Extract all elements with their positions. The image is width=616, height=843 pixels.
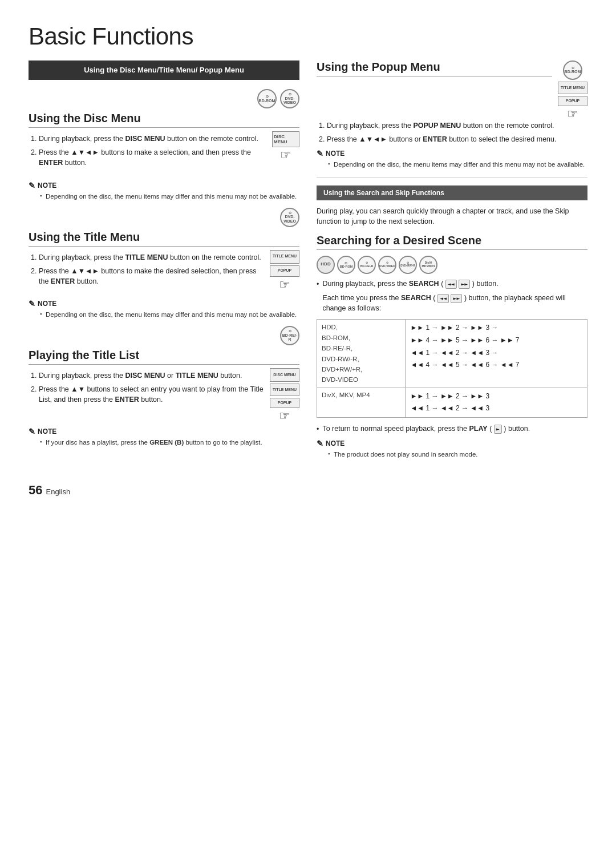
play-btn-icon: ► <box>494 425 502 434</box>
desired-scene-note: ✎ NOTE The product does not play sound i… <box>317 439 587 459</box>
desired-scene-bullet-3: • To return to normal speed playback, pr… <box>317 423 587 434</box>
desired-scene-bullet-2: • Each time you press the SEARCH ( ◄◄ ►►… <box>317 293 587 314</box>
popup-menu-note-label: ✎ NOTE <box>317 149 587 158</box>
title-list-disc-menu-icon: DISC MENU <box>270 368 299 382</box>
divx-badge: DivX/MKV/MP4 <box>419 256 437 274</box>
device-cell-2: DivX, MKV, MP4 <box>317 388 406 417</box>
title-list-note-label: ✎ NOTE <box>29 427 299 436</box>
fastfwd-btn-icon-2: ►► <box>451 294 462 304</box>
disc-menu-note-item-1: Depending on the disc, the menu items ma… <box>40 192 299 201</box>
title-menu-note-label: ✎ NOTE <box>29 299 299 308</box>
title-menu-note-item-1: Depending on the disc, the menu items ma… <box>40 310 299 319</box>
title-list-step-1: During playback, press the DISC MENU or … <box>39 370 264 381</box>
title-list-steps: During playback, press the DISC MENU or … <box>39 370 264 408</box>
dvd-rw-badge: ⊙DVD+RW/-R <box>399 256 417 274</box>
popup-title-menu-icon: TITLE MENU <box>558 82 587 94</box>
table-row-1: HDD,BD-ROM,BD-RE/-R,DVD-RW/-R,DVD+RW/+R,… <box>317 320 587 388</box>
desired-scene-note-label: ✎ NOTE <box>317 439 587 448</box>
dvd-video-icon-2: ⊙ DVD-VIDEO <box>280 208 299 227</box>
title-list-note-item-1: If your disc has a playlist, press the G… <box>40 438 299 447</box>
disc-menu-steps: During playback, press the DISC MENU but… <box>39 134 266 171</box>
disc-menu-hand-icon: ☞ <box>280 149 291 162</box>
popup-popup-icon: POPUP <box>558 96 587 106</box>
title-list-title-menu-icon: TITLE MENU <box>270 384 299 396</box>
title-menu-section: ⊙ DVD-VIDEO Using the Title Menu During … <box>29 208 299 319</box>
divider-1 <box>317 177 587 178</box>
title-menu-note-list: Depending on the disc, the menu items ma… <box>40 310 299 319</box>
popup-menu-steps: During playback, press the POPUP MENU bu… <box>327 120 587 144</box>
search-skip-intro: During play, you can search quickly thro… <box>317 206 587 227</box>
popup-bd-rom-icon: ⊙ BD-ROM <box>563 60 582 80</box>
title-menu-steps: During playback, press the TITLE MENU bu… <box>39 252 264 290</box>
title-menu-icon-row: ⊙ DVD-VIDEO <box>29 208 299 227</box>
disc-menu-note-label: ✎ NOTE <box>29 181 299 190</box>
rewind-btn-icon-2: ◄◄ <box>437 294 449 304</box>
popup-menu-note-item-1: Depending on the disc, the menu items ma… <box>328 160 587 169</box>
right-column: Using the Popup Menu ⊙ BD-ROM TITLE MENU… <box>317 60 587 466</box>
popup-menu-note-list: Depending on the disc, the menu items ma… <box>328 160 587 169</box>
search-speed-table: HDD,BD-ROM,BD-RE/-R,DVD-RW/-R,DVD+RW/+R,… <box>317 319 587 418</box>
desired-scene-section: Searching for a Desired Scene HDD ⊙BD-RO… <box>317 234 587 459</box>
page-footer: 56 English <box>29 483 587 498</box>
desired-scene-note-list: The product does not play sound in searc… <box>328 450 587 459</box>
desired-scene-note-item-1: The product does not play sound in searc… <box>328 450 587 459</box>
disc-menu-icon-row: ⊙ BD-ROM ⊙ DVD-VIDEO <box>29 89 299 108</box>
title-menu-button-icon: TITLE MENU <box>270 250 299 264</box>
popup-button-icon: POPUP <box>270 265 299 277</box>
disc-menu-title: Using the Disc Menu <box>29 112 299 128</box>
bd-re-r-icon: ⊙ BD-RE/-R <box>280 326 299 345</box>
page-number: 56 <box>29 483 42 498</box>
bd-rom-icon: ⊙ BD-ROM <box>257 89 277 108</box>
disc-menu-note: ✎ NOTE Depending on the disc, the menu i… <box>29 181 299 201</box>
hdd-icon: HDD <box>317 256 335 274</box>
fastfwd-btn-icon: ►► <box>459 280 470 289</box>
popup-menu-section: Using the Popup Menu ⊙ BD-ROM TITLE MENU… <box>317 60 587 169</box>
popup-menu-step-2: Press the ▲▼◄► buttons or ENTER button t… <box>327 134 587 144</box>
title-list-hand-icon: ☞ <box>279 410 290 422</box>
title-list-note-list: If your disc has a playlist, press the G… <box>40 438 299 447</box>
title-list-note: ✎ NOTE If your disc has a playlist, pres… <box>29 427 299 447</box>
popup-menu-note: ✎ NOTE Depending on the disc, the menu i… <box>317 149 587 169</box>
title-menu-hand-icon: ☞ <box>279 279 290 291</box>
search-skip-header: Using the Search and Skip Functions <box>317 185 587 200</box>
dvd-video-icon: ⊙ DVD-VIDEO <box>280 89 299 108</box>
desired-scene-icons: HDD ⊙BD-ROM ⊙BD-RE/-R ⊙DVD-VIDEO ⊙DVD+RW… <box>317 256 587 274</box>
desired-scene-bullet-1: • During playback, press the SEARCH ( ◄◄… <box>317 279 587 289</box>
bd-rom-badge: ⊙BD-ROM <box>337 256 355 274</box>
speed-cell-2: ►► 1 → ►► 2 → ►► 3 ◄◄ 1 → ◄◄ 2 → ◄◄ 3 <box>406 388 587 417</box>
popup-menu-step-1: During playback, press the POPUP MENU bu… <box>327 120 587 131</box>
disc-menu-note-list: Depending on the disc, the menu items ma… <box>40 192 299 201</box>
rewind-btn-icon: ◄◄ <box>445 280 457 289</box>
title-list-step-2: Press the ▲▼ buttons to select an entry … <box>39 384 264 405</box>
page-title: Basic Functions <box>29 23 587 50</box>
title-list-icon-row: ⊙ BD-RE/-R <box>29 326 299 345</box>
title-list-section: ⊙ BD-RE/-R Playing the Title List During… <box>29 326 299 447</box>
device-cell-1: HDD,BD-ROM,BD-RE/-R,DVD-RW/-R,DVD+RW/+R,… <box>317 320 406 388</box>
speed-cell-1: ►► 1 → ►► 2 → ►► 3 → ►► 4 → ►► 5 → ►► 6 … <box>406 320 587 388</box>
title-menu-step-1: During playback, press the TITLE MENU bu… <box>39 252 264 263</box>
dvd-video-badge: ⊙DVD-VIDEO <box>378 256 396 274</box>
popup-hand-icon: ☞ <box>567 108 578 120</box>
title-menu-step-2: Press the ▲▼◄► buttons to make the desir… <box>39 266 264 287</box>
desired-scene-title: Searching for a Desired Scene <box>317 234 587 250</box>
title-menu-note: ✎ NOTE Depending on the disc, the menu i… <box>29 299 299 319</box>
table-row-2: DivX, MKV, MP4 ►► 1 → ►► 2 → ►► 3 ◄◄ 1 →… <box>317 388 587 417</box>
disc-menu-step-1: During playback, press the DISC MENU but… <box>39 134 266 144</box>
disc-menu-section: ⊙ BD-ROM ⊙ DVD-VIDEO Using the Disc Menu… <box>29 89 299 200</box>
title-list-popup-icon: POPUP <box>270 398 299 408</box>
nav-header-box: Using the Disc Menu/Title Menu/ Popup Me… <box>29 60 299 80</box>
title-menu-title: Using the Title Menu <box>29 231 299 247</box>
left-column: Using the Disc Menu/Title Menu/ Popup Me… <box>29 60 299 466</box>
disc-menu-step-2: Press the ▲▼◄► buttons to make a selecti… <box>39 147 266 168</box>
page-language: English <box>46 487 70 496</box>
disc-menu-button-icon: DISC MENU <box>272 131 299 147</box>
title-list-title: Playing the Title List <box>29 349 299 365</box>
bd-re-r-badge: ⊙BD-RE/-R <box>358 256 376 274</box>
popup-menu-title: Using the Popup Menu <box>317 60 552 76</box>
